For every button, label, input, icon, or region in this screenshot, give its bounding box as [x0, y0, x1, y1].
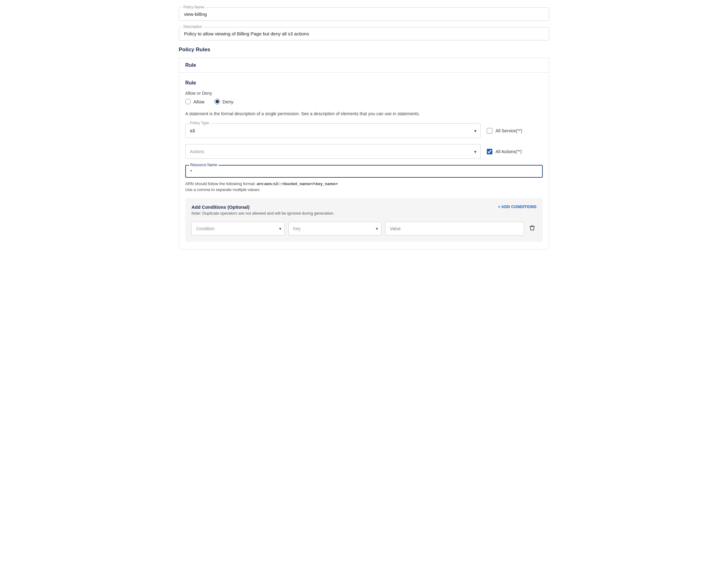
all-actions-label[interactable]: All Actions('*'): [496, 149, 522, 154]
all-service-checkbox-row: All Service('*'): [487, 128, 543, 133]
actions-select[interactable]: [186, 145, 480, 158]
key-select[interactable]: [289, 222, 381, 235]
deny-label[interactable]: Deny: [223, 99, 233, 105]
arn-hint-line1: ARN should follow the following format: …: [185, 181, 543, 186]
policy-type-row: Policy Type s3 iam ec2 ▾ All Service('*'…: [185, 123, 543, 138]
all-service-label[interactable]: All Service('*'): [496, 128, 522, 133]
statement-description: A statement is the formal description of…: [185, 111, 543, 117]
add-conditions-button[interactable]: + ADD CONDITIONS: [498, 204, 537, 209]
resource-name-field: Resource Name: [185, 165, 543, 178]
conditions-header: Add Conditions (Optional) Note: Duplicat…: [191, 204, 537, 215]
conditions-card: Add Conditions (Optional) Note: Duplicat…: [185, 198, 543, 242]
all-actions-checkbox-row: All Actions('*'): [487, 149, 543, 154]
policy-name-input[interactable]: [184, 11, 544, 17]
allow-radio-item[interactable]: Allow: [185, 99, 204, 105]
allow-deny-radio-group: Allow Deny: [185, 99, 543, 105]
rule-inner-title: Rule: [185, 80, 543, 86]
actions-select-wrapper: ▾ Actions: [185, 144, 481, 159]
description-input[interactable]: [184, 31, 544, 36]
allow-deny-label: Allow or Deny: [185, 91, 543, 96]
condition-select-wrapper: ▾ Condition: [191, 222, 285, 236]
deny-radio-item[interactable]: Deny: [215, 99, 233, 105]
trash-icon: [529, 225, 535, 231]
condition-select[interactable]: [192, 222, 284, 235]
conditions-note: Note: Duplicate operators are not allowe…: [191, 211, 335, 215]
all-service-checkbox[interactable]: [487, 128, 492, 133]
all-actions-checkbox[interactable]: [487, 149, 492, 154]
arn-hint-line2: Use a comma to separate multiple values.: [185, 187, 543, 192]
rule-card-header-title: Rule: [185, 63, 196, 68]
resource-name-label: Resource Name: [189, 163, 219, 167]
allow-label[interactable]: Allow: [193, 99, 204, 105]
rule-card-body: Rule Allow or Deny Allow Deny A statemen…: [179, 73, 549, 249]
description-label: Description: [182, 25, 203, 29]
resource-name-input[interactable]: [190, 169, 538, 174]
key-select-wrapper: ▾ Key: [289, 222, 382, 236]
policy-type-select-wrapper: Policy Type s3 iam ec2 ▾: [185, 123, 481, 138]
policy-rules-title: Policy Rules: [179, 47, 549, 53]
conditions-header-text: Add Conditions (Optional) Note: Duplicat…: [191, 204, 335, 215]
policy-name-field: Policy Name: [179, 7, 549, 21]
conditions-title: Add Conditions (Optional): [191, 204, 335, 210]
delete-condition-button[interactable]: [528, 223, 537, 234]
condition-row: ▾ Condition ▾ Key: [191, 222, 537, 236]
actions-row: ▾ Actions All Actions('*'): [185, 144, 543, 159]
policy-type-label: Policy Type: [189, 121, 210, 125]
description-field: Description: [179, 27, 549, 40]
policy-type-select[interactable]: s3 iam ec2: [186, 124, 480, 137]
deny-radio[interactable]: [215, 99, 220, 105]
rule-card-header: Rule: [179, 58, 549, 73]
allow-radio[interactable]: [185, 99, 191, 105]
value-input[interactable]: [385, 222, 524, 236]
rule-card: Rule Rule Allow or Deny Allow Deny A sta…: [179, 58, 549, 249]
policy-name-label: Policy Name: [182, 5, 205, 9]
